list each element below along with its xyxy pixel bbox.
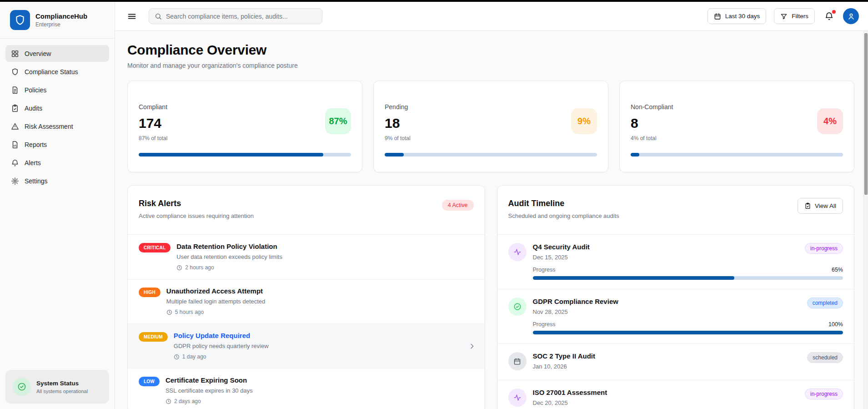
progress-label: Progress xyxy=(533,267,556,273)
sidebar-item-label: Policies xyxy=(25,86,46,94)
audit-title: GDPR Compliance Review xyxy=(533,298,618,305)
user-avatar[interactable] xyxy=(843,8,859,24)
sidebar-item-label: Overview xyxy=(25,50,51,57)
top-bar: Last 30 days Filters xyxy=(115,2,868,31)
stat-value: 18 xyxy=(385,116,597,131)
progress-bar-fill xyxy=(139,153,323,157)
alert-title: Policy Update Required xyxy=(174,332,269,339)
stat-subtext: 9% of total xyxy=(385,135,597,141)
stat-label: Compliant xyxy=(139,103,351,111)
page-title: Compliance Overview xyxy=(127,42,854,58)
progress-bar-fill xyxy=(533,331,843,334)
calendar-icon xyxy=(508,352,527,370)
page-subtitle: Monitor and manage your organization's c… xyxy=(127,62,854,69)
check-circle-icon xyxy=(13,378,31,396)
risk-alerts-header: Risk Alerts Active compliance issues req… xyxy=(128,186,485,235)
audit-title: Q4 Security Audit xyxy=(533,243,590,251)
audit-progress: Progress 100% xyxy=(533,321,843,334)
alert-title: Certificate Expiring Soon xyxy=(166,376,253,384)
alert-timestamp: 2 hours ago xyxy=(176,264,282,271)
sidebar-item-reports[interactable]: Reports xyxy=(5,136,109,153)
sidebar-item-alerts[interactable]: Alerts xyxy=(5,154,109,171)
brand: ComplianceHub Enterprise xyxy=(0,2,115,39)
audit-date: Dec 20, 2025 xyxy=(533,399,607,406)
audit-progress: Progress 65% xyxy=(533,267,843,280)
sidebar-item-label: Settings xyxy=(25,177,48,185)
sidebar-item-settings[interactable]: Settings xyxy=(5,172,109,189)
app: ComplianceHub Enterprise Overview Compli… xyxy=(0,2,868,409)
stat-subtext: 87% of total xyxy=(139,135,351,141)
menu-icon[interactable] xyxy=(127,11,137,21)
file-chart-icon xyxy=(11,141,19,149)
audit-date: Dec 15, 2025 xyxy=(533,254,590,261)
system-status-card: System Status All systems operational xyxy=(5,370,109,404)
progress-bar xyxy=(385,153,597,157)
check-circle-icon xyxy=(508,298,527,316)
sidebar-item-compliance-status[interactable]: Compliance Status xyxy=(5,63,109,80)
severity-badge: HIGH xyxy=(139,288,161,297)
risk-alert-row[interactable]: CRITICAL Data Retention Policy Violation… xyxy=(128,235,485,279)
clock-icon xyxy=(166,309,172,315)
audit-timeline-header: Audit Timeline Scheduled and ongoing com… xyxy=(497,186,854,235)
audit-timeline-panel: Audit Timeline Scheduled and ongoing com… xyxy=(497,185,855,409)
risk-alerts-title: Risk Alerts xyxy=(139,199,474,208)
stat-value: 8 xyxy=(631,116,843,131)
stat-percentage-badge: 87% xyxy=(325,108,351,134)
audit-row[interactable]: Q4 Security Audit Dec 15, 2025 in-progre… xyxy=(497,235,854,289)
progress-bar-fill xyxy=(631,153,639,157)
search-bar[interactable] xyxy=(149,8,322,24)
risk-alert-row[interactable]: LOW Certificate Expiring Soon SSL certif… xyxy=(128,369,485,409)
alert-description: SSL certificate expires in 30 days xyxy=(166,387,253,394)
date-range-button[interactable]: Last 30 days xyxy=(707,8,767,24)
audit-row[interactable]: ISO 27001 Assessment Dec 20, 2025 in-pro… xyxy=(497,380,854,409)
bell-icon xyxy=(11,159,19,167)
sidebar-item-label: Audits xyxy=(25,105,42,112)
clock-icon xyxy=(174,354,180,360)
sidebar-item-label: Reports xyxy=(25,141,47,148)
audit-timeline-title: Audit Timeline xyxy=(508,199,843,208)
scrollbar[interactable] xyxy=(863,31,868,409)
audit-row[interactable]: SOC 2 Type II Audit Jan 10, 2026 schedul… xyxy=(497,344,854,380)
stat-label: Pending xyxy=(385,103,597,111)
audit-status-badge: in-progress xyxy=(805,243,843,254)
activity-icon xyxy=(508,243,527,261)
sidebar-item-policies[interactable]: Policies xyxy=(5,81,109,98)
risk-alert-row[interactable]: HIGH Unauthorized Access Attempt Multipl… xyxy=(128,279,485,324)
progress-bar-fill xyxy=(533,276,735,280)
notification-dot xyxy=(832,10,836,14)
severity-badge: CRITICAL xyxy=(139,243,171,252)
clipboard-icon xyxy=(804,202,811,209)
scrollbar-thumb[interactable] xyxy=(864,33,868,195)
risk-alert-row[interactable]: MEDIUM Policy Update Required GDPR polic… xyxy=(128,324,485,369)
audit-status-badge: scheduled xyxy=(807,352,843,363)
progress-label: Progress xyxy=(533,321,556,328)
stat-percentage-badge: 4% xyxy=(817,108,843,134)
alert-timestamp: 5 hours ago xyxy=(166,309,266,315)
filters-button[interactable]: Filters xyxy=(774,8,815,24)
system-status-title: System Status xyxy=(36,380,88,387)
page-content: Compliance Overview Monitor and manage y… xyxy=(115,31,868,409)
audit-status-badge: in-progress xyxy=(805,389,843,399)
sidebar-item-label: Compliance Status xyxy=(25,68,78,76)
brand-shield-icon xyxy=(10,10,30,30)
stat-card-pending: Pending 18 9% of total 9% xyxy=(373,81,608,172)
audit-timeline-subtitle: Scheduled and ongoing compliance audits xyxy=(508,212,843,219)
sidebar-item-risk-assessment[interactable]: Risk Assessment xyxy=(5,118,109,135)
progress-percent: 100% xyxy=(828,321,843,328)
audit-title: ISO 27001 Assessment xyxy=(533,389,607,396)
audit-date: Jan 10, 2026 xyxy=(533,363,596,370)
view-all-button[interactable]: View All xyxy=(798,198,843,214)
calendar-icon xyxy=(714,13,721,20)
severity-badge: LOW xyxy=(139,377,160,386)
progress-bar-fill xyxy=(385,153,404,157)
notifications-bell-icon[interactable] xyxy=(824,11,835,22)
sidebar-item-overview[interactable]: Overview xyxy=(5,45,109,62)
audit-row[interactable]: GDPR Compliance Review Nov 28, 2025 comp… xyxy=(497,289,854,344)
brand-name: ComplianceHub xyxy=(35,12,87,20)
sidebar-item-audits[interactable]: Audits xyxy=(5,100,109,116)
severity-badge: MEDIUM xyxy=(139,332,168,342)
gear-icon xyxy=(11,177,19,185)
sidebar-nav: Overview Compliance Status Policies Audi… xyxy=(0,39,115,191)
search-input[interactable] xyxy=(166,13,316,20)
alert-triangle-icon xyxy=(11,122,19,131)
